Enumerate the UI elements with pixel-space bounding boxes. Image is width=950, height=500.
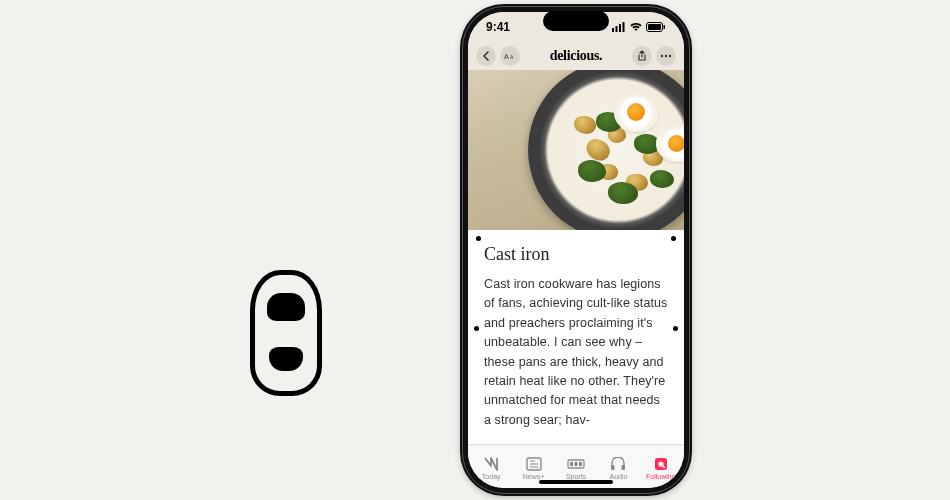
news-icon — [482, 456, 500, 472]
dynamic-island — [543, 11, 609, 31]
cellular-icon — [612, 22, 626, 32]
article-title: Cast iron — [484, 244, 668, 265]
text-size-button[interactable]: AA — [500, 46, 520, 66]
svg-rect-0 — [612, 28, 614, 32]
tab-newsplus[interactable]: News+ — [512, 456, 554, 480]
svg-point-10 — [665, 55, 667, 57]
article-nav-bar: AA delicious. — [468, 42, 684, 70]
svg-rect-1 — [616, 26, 618, 32]
svg-text:A: A — [510, 54, 514, 60]
publication-title: delicious. — [550, 48, 603, 64]
back-button[interactable] — [476, 46, 496, 66]
svg-text:A: A — [504, 53, 509, 60]
following-icon — [652, 456, 670, 472]
status-time: 9:41 — [486, 20, 510, 34]
tab-label: Audio — [609, 473, 627, 480]
tab-label: Today — [482, 473, 501, 480]
svg-rect-5 — [648, 24, 661, 30]
tab-following[interactable]: Following — [640, 456, 682, 480]
iphone-device-frame: 9:41 AA del — [460, 4, 692, 496]
svg-rect-3 — [623, 22, 625, 32]
tab-label: Sports — [566, 473, 586, 480]
article-hero-image — [468, 70, 684, 230]
article-body: Cast iron cookware has legions of fans, … — [484, 275, 668, 430]
battery-icon — [646, 22, 666, 32]
svg-rect-17 — [570, 462, 573, 466]
home-indicator[interactable] — [539, 480, 613, 484]
tab-today[interactable]: Today — [470, 456, 512, 480]
article-content[interactable]: Cast iron Cast iron cookware has legions… — [468, 230, 684, 444]
svg-rect-6 — [664, 25, 666, 29]
share-button[interactable] — [632, 46, 652, 66]
svg-rect-20 — [611, 465, 615, 470]
audio-icon — [609, 456, 627, 472]
svg-rect-2 — [619, 24, 621, 32]
wifi-icon — [629, 22, 643, 32]
svg-rect-19 — [579, 462, 582, 466]
tab-audio[interactable]: Audio — [597, 456, 639, 480]
tab-label: Following — [646, 473, 676, 480]
svg-rect-21 — [622, 465, 626, 470]
sports-icon — [567, 456, 585, 472]
tab-sports[interactable]: Sports — [555, 456, 597, 480]
car-top-view-icon — [250, 270, 330, 400]
svg-point-11 — [669, 55, 671, 57]
svg-rect-18 — [575, 462, 578, 466]
tab-label: News+ — [523, 473, 545, 480]
more-button[interactable] — [656, 46, 676, 66]
svg-point-9 — [661, 55, 663, 57]
newsplus-icon — [525, 456, 543, 472]
